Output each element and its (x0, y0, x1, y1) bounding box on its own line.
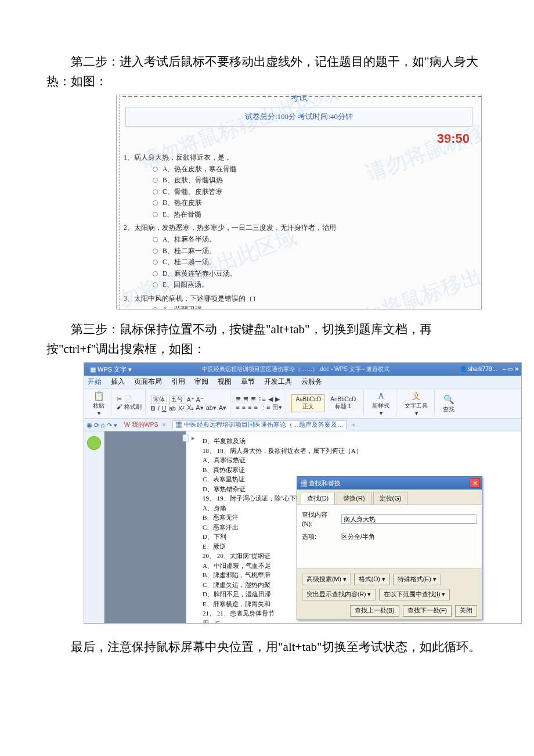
exam-questions: 1、病人身大热，反欲得近衣，是 。A、热在皮肤，寒在骨髓B、皮肤、骨髓俱热C、骨… (117, 147, 481, 309)
doc-line: 18、 18、病人身大热，反欲得近衣者，属下列何证（A） (203, 446, 515, 456)
newstyle-button[interactable]: Ａ新样式▾ (369, 390, 392, 416)
inrange-button[interactable]: 在以下范围中查找(I) (379, 589, 450, 600)
question-stem: 3、太阳中风的病机，下述哪项是错误的（） (124, 293, 481, 305)
page-nav-icon[interactable]: 📄 ▸ (182, 433, 195, 443)
doc-line: A、真寒假热证 (203, 455, 515, 465)
question-option[interactable]: D、麻黄连轺赤小豆汤。 (124, 268, 481, 280)
exam-title: 考试 (290, 95, 308, 103)
highlight-button[interactable]: ab▾ (206, 404, 217, 412)
italic-button[interactable]: I (158, 405, 160, 412)
exam-screenshot: 考试 请勿将鼠标移出此区域 请勿将鼠标移出此区域 请勿将鼠标移出此区域 请勿将鼠… (116, 95, 482, 309)
radio-icon[interactable] (153, 260, 158, 265)
radio-icon[interactable] (153, 237, 158, 242)
menu-章节[interactable]: 章节 (241, 377, 255, 387)
tab-add-button[interactable]: ＋ (350, 421, 356, 429)
dialog-titlebar: ▦ 查找和替换 ✕ (297, 477, 482, 489)
radio-icon[interactable] (153, 189, 158, 195)
close-button[interactable]: 关闭 (455, 605, 477, 617)
font-select[interactable]: 宋体 (151, 395, 167, 404)
tabbar-icons[interactable]: ◉ ⟳ ⎌ ↷ ▾ (86, 422, 117, 429)
radio-icon[interactable] (153, 282, 158, 287)
question-option[interactable]: C、骨髓、皮肤皆寒 (124, 186, 481, 198)
cut-icon[interactable]: ✂ (117, 395, 122, 403)
highlight-button[interactable]: 突出显示查找内容(R) (302, 589, 376, 600)
find-prev-button[interactable]: 查找上一处(B) (350, 605, 399, 617)
question-option[interactable]: A、热在皮肤，寒在骨髓 (124, 164, 481, 175)
wps-green-button[interactable] (87, 436, 101, 450)
question-option[interactable]: D、热在皮肤 (124, 197, 481, 209)
tab-active-doc[interactable]: ▦ 中医经典远程培训项目国医通伤寒论（…题库及答案及解题破解方法.doc × (172, 420, 347, 430)
bold-button[interactable]: B (151, 405, 156, 412)
advanced-button[interactable]: 高级搜索(M) (302, 574, 351, 585)
question-option[interactable]: A、桂麻各半汤。 (124, 234, 481, 246)
radio-icon[interactable] (153, 271, 158, 276)
exam-timer: 39:50 (117, 127, 481, 147)
question-option[interactable]: B、皮肤、骨髓俱热 (124, 175, 481, 186)
menu-审阅[interactable]: 审阅 (194, 377, 208, 387)
tab-goto[interactable]: 定位(G) (373, 492, 408, 505)
radio-icon[interactable] (153, 249, 158, 254)
underline-button[interactable]: U (162, 405, 167, 412)
style-h1[interactable]: AnBbCcD 标题 1 (326, 394, 360, 412)
question-stem: 1、病人身大热，反欲得近衣，是 。 (124, 152, 481, 164)
wps-document-page: 📄 ▸ D、半夏散及汤18、 18、病人身大热，反欲得近衣者，属下列何证（A） … (186, 431, 521, 624)
wps-screenshot: ▦ WPS 文字 ▾ 中医经典远程培训项目国医通伤寒论（……）.doc - WP… (84, 362, 522, 624)
wps-doc-tabs: ◉ ⟳ ⎌ ↷ ▾ W 我的WPS × ▦ 中医经典远程培训项目国医通伤寒论（…… (84, 419, 521, 431)
tab-find[interactable]: 查找(D) (301, 492, 335, 505)
wps-titlebar: ▦ WPS 文字 ▾ 中医经典远程培训项目国医通伤寒论（……）.doc - WP… (84, 363, 521, 376)
radio-icon[interactable] (153, 200, 158, 206)
doc-line: B、真热假寒证 (203, 465, 515, 475)
tab-replace[interactable]: 替换(R) (337, 492, 371, 505)
find-input[interactable] (341, 514, 477, 524)
menu-页面布局[interactable]: 页面布局 (134, 377, 162, 387)
final-text: 最后，注意保持鼠标屏幕中央位置，用"alt+tab"切换至考试状态，如此循环。 (46, 638, 488, 657)
exam-banner: 试卷总分:100分 考试时间:40分钟 (125, 107, 472, 127)
question-option[interactable]: E、热在骨髓 (124, 209, 481, 221)
menu-引用[interactable]: 引用 (171, 377, 185, 387)
close-icon[interactable]: ✕ (470, 478, 480, 488)
style-body[interactable]: AaBbCcD 正文 (291, 394, 325, 412)
brush-button[interactable]: 🖌 格式刷 (117, 403, 142, 411)
radio-icon[interactable] (153, 167, 158, 172)
special-button[interactable]: 特殊格式(E) (393, 574, 441, 585)
wps-left-tools (84, 431, 104, 624)
paste-button[interactable]: 📋粘贴▾ (90, 390, 107, 416)
menu-开始[interactable]: 开始 (88, 377, 102, 387)
question-option[interactable]: E、回阳蒸汤。 (124, 279, 481, 291)
find-next-button[interactable]: 查找下一处(F) (403, 605, 452, 617)
doc-line: D、半夏散及汤 (203, 436, 515, 446)
wps-ribbon: 📋粘贴▾ ✂📄 🖌 格式刷 宋体 五号 A⁺A⁻ B I U ab X²X₂ (84, 388, 521, 419)
step2-text: 第二步：进入考试后鼠标不要移动出虚线外，记住题目的题干，如"病人身大热：如图： (46, 52, 488, 91)
align-left-button[interactable]: ≡ (236, 404, 239, 411)
options-label: 选项: (302, 532, 338, 542)
tab-mywps[interactable]: W 我的WPS × (121, 420, 169, 430)
question-option[interactable]: C、桂二越一汤。 (124, 257, 481, 268)
find-button[interactable]: 🔍查找 (440, 394, 457, 413)
strike-button[interactable]: ab (169, 405, 176, 412)
format-button[interactable]: 格式(O) (354, 574, 390, 585)
question-option[interactable]: A、营弱卫强 (124, 304, 481, 309)
question-stem: 2、太阳病，发热恶寒，热多寒少，一日二三度发，无汗身痒者，治用 (124, 222, 481, 234)
texttools-button[interactable]: 文文字工具▾ (402, 390, 431, 416)
find-content-label: 查找内容(N): (302, 510, 338, 529)
copy-icon[interactable]: 📄 (124, 395, 132, 403)
radio-icon[interactable] (153, 212, 158, 217)
question-option[interactable]: B、桂二麻一汤。 (124, 246, 481, 257)
wps-app-label: ▦ WPS 文字 ▾ (90, 363, 132, 376)
menu-视图[interactable]: 视图 (218, 377, 232, 387)
wps-menu-bar: 开始插入页面布局引用审阅视图章节开发工具云服务 (84, 376, 521, 388)
step3-text: 第三步：鼠标保持位置不动，按键盘"alt+tab"，切换到题库文档，再按"ctr… (46, 320, 488, 359)
size-select[interactable]: 五号 (169, 395, 185, 404)
options-text: 区分全/半角 (341, 532, 375, 542)
menu-云服务[interactable]: 云服务 (301, 377, 322, 387)
menu-开发工具[interactable]: 开发工具 (264, 377, 292, 387)
menu-插入[interactable]: 插入 (111, 377, 125, 387)
radio-icon[interactable] (153, 178, 158, 183)
radio-icon[interactable] (153, 307, 158, 309)
find-replace-dialog: ▦ 查找和替换 ✕ 查找(D) 替换(R) 定位(G) 查找内容(N): (297, 476, 482, 620)
